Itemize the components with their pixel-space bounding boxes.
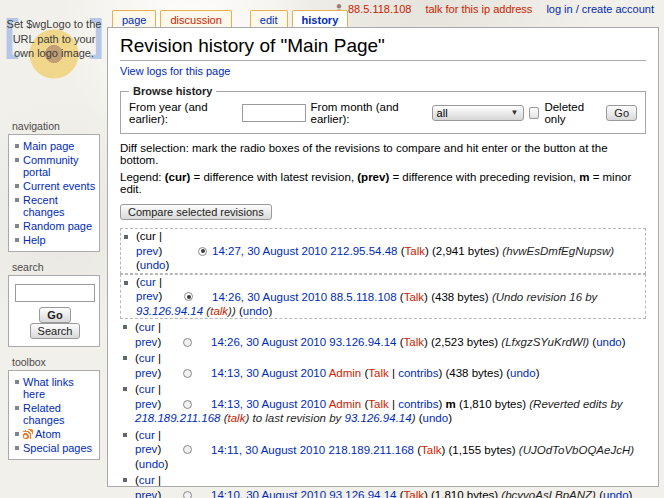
inline-link[interactable]: Talk bbox=[404, 290, 424, 302]
toolbox-link[interactable]: Special pages bbox=[23, 442, 92, 454]
deleted-only-checkbox[interactable] bbox=[529, 107, 540, 119]
revision-date-link[interactable]: 14:11, 30 August 2010 bbox=[211, 443, 325, 455]
inline-link[interactable]: undo bbox=[596, 336, 622, 348]
sidebar-item-help[interactable]: Help bbox=[13, 233, 97, 247]
inline-link[interactable]: prev bbox=[136, 245, 158, 257]
inline-link[interactable]: prev bbox=[136, 290, 158, 302]
tab-history-link[interactable]: history bbox=[302, 14, 339, 26]
revision-select-radio[interactable] bbox=[184, 292, 193, 301]
sidebar-item-random-page[interactable]: Random page bbox=[13, 219, 97, 233]
sidebar-link[interactable]: Main page bbox=[23, 140, 74, 152]
inline-link[interactable]: prev bbox=[135, 336, 157, 348]
revision-user-link[interactable]: 93.126.94.14 bbox=[329, 489, 396, 498]
toolbox-item-atom[interactable]: Atom bbox=[13, 427, 97, 441]
inline-link[interactable]: talk bbox=[210, 305, 228, 317]
inline-link[interactable]: cur bbox=[139, 383, 155, 395]
revision-select-radio[interactable] bbox=[183, 369, 192, 378]
inline-link[interactable]: cur bbox=[139, 429, 155, 441]
search-go-button[interactable]: Go bbox=[39, 307, 70, 323]
search-input[interactable] bbox=[15, 284, 95, 302]
revision-date-link[interactable]: 14:27, 30 August 2010 bbox=[212, 245, 327, 257]
month-select[interactable]: all▼ bbox=[432, 105, 524, 121]
revision-date-link[interactable]: 14:26, 30 August 2010 bbox=[212, 290, 327, 302]
inline-link[interactable]: Talk bbox=[368, 367, 388, 379]
inline-link[interactable]: prev bbox=[135, 443, 157, 455]
inline-link[interactable]: prev bbox=[135, 398, 157, 410]
inline-link[interactable]: 93.126.94.14 bbox=[345, 412, 412, 424]
login-link[interactable]: log in / create account bbox=[546, 3, 654, 15]
inline-link[interactable]: 93.126.94.14 bbox=[136, 305, 203, 317]
revision-date-link[interactable]: 14:13, 30 August 2010 bbox=[211, 398, 326, 410]
tab-discussion-link[interactable]: discussion bbox=[170, 14, 221, 26]
tab-edit[interactable]: edit bbox=[250, 10, 288, 28]
browse-history-fieldset: Browse history From year (and earlier): … bbox=[120, 85, 646, 134]
toolbox-item-related-changes[interactable]: Related changes bbox=[13, 401, 97, 427]
inline-link[interactable]: undo bbox=[139, 458, 165, 470]
toolbox-link[interactable]: What links here bbox=[23, 376, 74, 400]
toolbox-link[interactable]: Related changes bbox=[23, 402, 65, 426]
inline-link[interactable]: contribs bbox=[398, 367, 438, 379]
toolbox-item-special-pages[interactable]: Special pages bbox=[13, 441, 97, 455]
inline-link[interactable]: Talk bbox=[404, 336, 424, 348]
inline-link[interactable]: talk bbox=[228, 412, 246, 424]
inline-link[interactable]: cur bbox=[139, 321, 155, 333]
inline-link[interactable]: undo bbox=[140, 259, 166, 271]
toolbox-item-what-links-here[interactable]: What links here bbox=[13, 375, 97, 401]
inline-link[interactable]: Talk bbox=[421, 443, 441, 455]
view-logs-link[interactable]: View logs for this page bbox=[120, 65, 230, 77]
curprev-links: (cur | prev) bbox=[135, 351, 183, 380]
revision-user-link[interactable]: 88.5.118.108 bbox=[330, 290, 396, 302]
revision-select-radio[interactable] bbox=[198, 247, 207, 256]
browse-go-button[interactable]: Go bbox=[606, 105, 637, 121]
tab-page-link[interactable]: page bbox=[122, 14, 146, 26]
revision-user-link[interactable]: 93.126.94.14 bbox=[329, 336, 396, 348]
sidebar-item-main-page[interactable]: Main page bbox=[13, 139, 97, 153]
revision-date-link[interactable]: 14:13, 30 August 2010 bbox=[211, 367, 326, 379]
year-input[interactable] bbox=[242, 104, 306, 122]
wiki-logo[interactable]: [ ] Set $wgLogo to the URL path to your … bbox=[4, 14, 104, 106]
page-tabs: page discussion edit history bbox=[112, 10, 352, 28]
revision-select-radio[interactable] bbox=[183, 491, 192, 498]
revision-select-radio[interactable] bbox=[183, 400, 192, 409]
revision-select-radio[interactable] bbox=[183, 445, 192, 454]
inline-link[interactable]: Talk bbox=[368, 398, 388, 410]
inline-link[interactable]: contribs bbox=[398, 398, 438, 410]
sidebar-link[interactable]: Help bbox=[23, 234, 46, 246]
inline-link[interactable]: prev bbox=[135, 489, 157, 498]
inline-link[interactable]: cur bbox=[140, 276, 156, 288]
sidebar-item-current-events[interactable]: Current events bbox=[13, 179, 97, 193]
inline-link[interactable]: Talk bbox=[405, 245, 425, 257]
revision-user-link[interactable]: 212.95.54.48 bbox=[330, 245, 397, 257]
inline-link[interactable]: undo bbox=[243, 305, 269, 317]
inline-link[interactable]: prev bbox=[135, 367, 157, 379]
sidebar-link[interactable]: Random page bbox=[23, 220, 92, 232]
revision-date-link[interactable]: 14:10, 30 August 2010 bbox=[211, 489, 326, 498]
revision-user-link[interactable]: Admin bbox=[329, 398, 362, 410]
revision-user-link[interactable]: Admin bbox=[329, 367, 362, 379]
sidebar-item-community-portal[interactable]: Community portal bbox=[13, 153, 97, 179]
inline-link[interactable]: undo bbox=[603, 489, 629, 498]
sidebar-link[interactable]: Current events bbox=[23, 180, 95, 192]
revision-date-link[interactable]: 14:26, 30 August 2010 bbox=[211, 336, 326, 348]
revision-user-link[interactable]: 218.189.211.168 bbox=[328, 443, 413, 455]
edit-summary: (bcyvoAsLBpANZ) bbox=[501, 489, 596, 498]
user-ip-link[interactable]: 88.5.118.108 bbox=[348, 3, 411, 15]
inline-link[interactable]: undo bbox=[510, 367, 536, 379]
sidebar-link[interactable]: Recent changes bbox=[23, 194, 65, 218]
inline-link[interactable]: undo bbox=[423, 412, 449, 424]
revision-select-radio[interactable] bbox=[183, 338, 192, 347]
inline-link[interactable]: cur bbox=[139, 474, 155, 486]
tab-edit-link[interactable]: edit bbox=[260, 14, 278, 26]
compare-revisions-button-top[interactable]: Compare selected revisions bbox=[120, 204, 272, 220]
toolbox-link[interactable]: Atom bbox=[35, 428, 61, 440]
search-fulltext-button[interactable]: Search bbox=[30, 323, 81, 339]
inline-link[interactable]: cur bbox=[139, 352, 155, 364]
user-talk-page-link[interactable]: talk for this ip address bbox=[425, 3, 532, 15]
tab-history[interactable]: history bbox=[292, 10, 349, 28]
tab-page[interactable]: page bbox=[112, 10, 156, 28]
inline-link[interactable]: Talk bbox=[404, 489, 424, 498]
sidebar-item-recent-changes[interactable]: Recent changes bbox=[13, 193, 97, 219]
inline-link[interactable]: 218.189.211.168 bbox=[135, 412, 220, 424]
sidebar-link[interactable]: Community portal bbox=[23, 154, 79, 178]
tab-discussion[interactable]: discussion bbox=[160, 10, 231, 28]
